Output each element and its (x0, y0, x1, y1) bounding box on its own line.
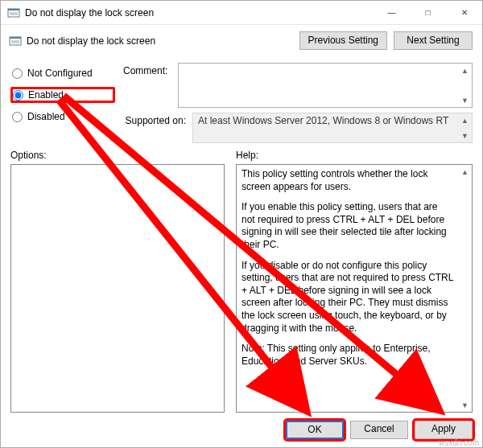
help-text: This policy setting controls whether the… (237, 165, 458, 412)
settings-lower: Options: Help: This policy setting contr… (1, 143, 482, 413)
help-paragraph: If you disable or do not configure this … (242, 260, 453, 335)
help-paragraph: Note: This setting only applies to Enter… (242, 343, 453, 368)
supported-label: Supported on: (123, 113, 186, 126)
ok-button[interactable]: OK (286, 421, 344, 439)
supported-value: At least Windows Server 2012, Windows 8 … (198, 115, 448, 126)
previous-setting-button[interactable]: Previous Setting (299, 31, 387, 50)
comment-field[interactable]: ▲ ▼ (178, 63, 473, 108)
supported-scroll[interactable]: ▲ ▼ (458, 113, 472, 142)
supported-row: Supported on: At least Windows Server 20… (123, 113, 473, 143)
scroll-up-icon[interactable]: ▲ (458, 113, 472, 127)
dialog-buttons: OK Cancel Apply (1, 413, 482, 447)
radio-not-configured-input[interactable] (12, 68, 23, 79)
help-label: Help: (236, 148, 473, 164)
nav-buttons: Previous Setting Next Setting (299, 31, 473, 50)
close-button[interactable]: ✕ (446, 1, 482, 24)
state-radios: Not Configured Enabled Disabled (10, 63, 115, 143)
scroll-up-icon[interactable]: ▲ (458, 64, 472, 77)
help-paragraph: This policy setting controls whether the… (242, 168, 453, 193)
scroll-down-icon[interactable]: ▼ (458, 398, 472, 412)
radio-enabled-input[interactable] (13, 90, 23, 101)
radio-disabled[interactable]: Disabled (10, 109, 115, 124)
help-column: Help: This policy setting controls wheth… (236, 148, 473, 413)
options-label: Options: (10, 148, 225, 164)
comment-scroll[interactable]: ▲ ▼ (458, 64, 472, 107)
next-setting-button[interactable]: Next Setting (394, 31, 473, 50)
radio-label: Not Configured (27, 68, 93, 79)
help-panel: This policy setting controls whether the… (236, 164, 473, 413)
policy-dialog: Do not display the lock screen — □ ✕ Do … (0, 0, 483, 448)
comment-row: Comment: ▲ ▼ (123, 63, 473, 108)
settings-upper: Not Configured Enabled Disabled Comment:… (1, 60, 482, 143)
policy-icon (9, 35, 22, 47)
options-panel (10, 164, 225, 413)
window-title: Do not display the lock screen (25, 7, 374, 18)
radio-label: Enabled (28, 89, 64, 101)
header-row: Do not display the lock screen Previous … (1, 25, 482, 60)
scroll-down-icon[interactable]: ▼ (458, 129, 472, 142)
policy-icon (7, 6, 20, 19)
help-scroll[interactable]: ▲ ▼ (458, 165, 472, 412)
window-buttons: — □ ✕ (374, 1, 482, 24)
radio-disabled-input[interactable] (12, 112, 23, 122)
scroll-down-icon[interactable]: ▼ (458, 93, 472, 107)
supported-field: At least Windows Server 2012, Windows 8 … (192, 113, 473, 143)
maximize-button[interactable]: □ (410, 1, 446, 24)
titlebar: Do not display the lock screen — □ ✕ (1, 1, 482, 25)
scroll-up-icon[interactable]: ▲ (458, 165, 472, 179)
radio-not-configured[interactable]: Not Configured (10, 66, 115, 80)
minimize-button[interactable]: — (374, 1, 410, 24)
svg-rect-3 (10, 37, 21, 39)
radio-enabled[interactable]: Enabled (10, 87, 115, 103)
apply-button[interactable]: Apply (415, 421, 473, 439)
upper-right: Comment: ▲ ▼ Supported on: At least Wind… (123, 63, 473, 143)
policy-name: Do not display the lock screen (27, 35, 299, 47)
cancel-button[interactable]: Cancel (350, 421, 408, 439)
comment-label: Comment: (123, 63, 171, 76)
svg-rect-1 (8, 9, 19, 10)
options-column: Options: (10, 148, 225, 413)
radio-label: Disabled (27, 111, 65, 122)
help-paragraph: If you enable this policy setting, users… (242, 201, 453, 251)
